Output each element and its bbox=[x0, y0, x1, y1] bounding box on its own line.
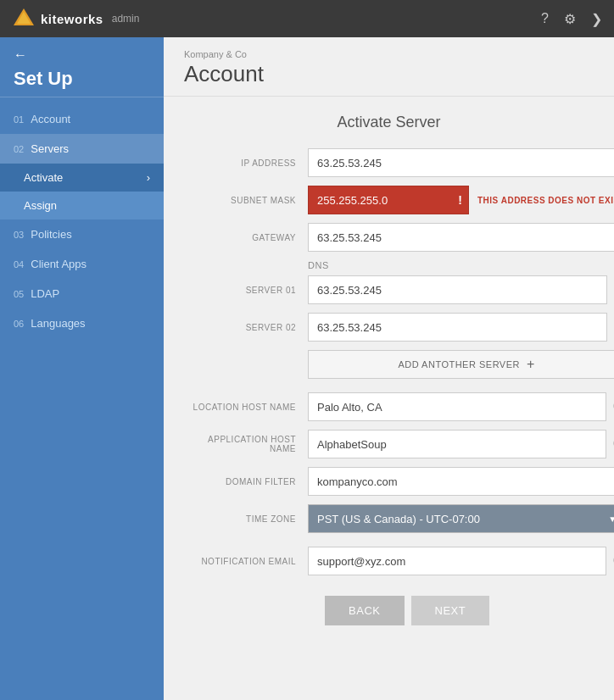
error-icon: ! bbox=[458, 193, 462, 207]
gateway-row: GATEWAY bbox=[189, 223, 614, 252]
form-container: Activate Server IP ADDRESS SUBNET MASK ! bbox=[164, 97, 614, 700]
settings-icon[interactable]: ⚙ bbox=[564, 11, 576, 27]
top-nav: kiteworks admin ? ⚙ ❯ bbox=[0, 0, 614, 37]
app-host-label: APPLICATION HOST NAME bbox=[189, 435, 308, 453]
notification-email-row: NOTIFICATION EMAIL ⓘ bbox=[189, 547, 614, 575]
logo: kiteworks admin bbox=[12, 7, 139, 31]
help-icon[interactable]: ? bbox=[541, 11, 549, 26]
sidebar-label-languages: Languages bbox=[31, 317, 85, 330]
gateway-input[interactable] bbox=[308, 223, 614, 252]
subnet-mask-row: SUBNET MASK ! THIS ADDRESS DOES NOT EXIS… bbox=[189, 186, 614, 214]
form-main: IP ADDRESS SUBNET MASK ! THIS ADDRESS DO… bbox=[189, 148, 614, 642]
page-title: Account bbox=[184, 61, 594, 87]
ip-address-row: IP ADDRESS bbox=[189, 148, 614, 177]
sidebar-label-account: Account bbox=[31, 113, 70, 125]
activate-label: Activate bbox=[24, 171, 63, 184]
sidebar-label-ldap: LDAP bbox=[31, 287, 59, 300]
logo-icon bbox=[12, 7, 36, 31]
subnet-error-msg: THIS ADDRESS DOES NOT EXIST bbox=[477, 196, 614, 205]
notification-email-label: NOTIFICATION EMAIL bbox=[189, 557, 308, 566]
server02-row: SERVER 02 ✓ bbox=[189, 313, 614, 342]
ip-address-input[interactable] bbox=[308, 148, 614, 177]
add-server-row: ADD ANTOTHER SERVER + bbox=[189, 350, 614, 379]
server01-wrapper: ✓ bbox=[308, 275, 614, 304]
main-layout: ← Set Up 01 Account 02 Servers Activate … bbox=[0, 37, 614, 700]
time-zone-wrapper: PST (US & Canada) - UTC-07:00 ▼ bbox=[308, 504, 614, 533]
domain-filter-label: DOMAIN FILTER bbox=[189, 477, 308, 486]
plus-icon: + bbox=[527, 357, 535, 372]
sidebar-num-account: 01 bbox=[14, 114, 24, 125]
top-nav-actions: ? ⚙ ❯ bbox=[541, 11, 602, 27]
location-host-label: LOCATION HOST NAME bbox=[189, 403, 308, 412]
app-name: kiteworks bbox=[41, 12, 103, 26]
location-host-wrapper: ⓘ bbox=[308, 392, 614, 421]
notification-email-input[interactable] bbox=[308, 547, 606, 575]
content-header: Kompany & Co Account bbox=[164, 37, 614, 97]
sidebar-item-servers[interactable]: 02 Servers bbox=[0, 134, 164, 164]
sidebar: ← Set Up 01 Account 02 Servers Activate … bbox=[0, 37, 164, 700]
sidebar-nav: 01 Account 02 Servers Activate › Assign … bbox=[0, 97, 164, 700]
subnet-mask-label: SUBNET MASK bbox=[189, 196, 308, 205]
location-host-input[interactable] bbox=[308, 392, 606, 421]
content-area: Kompany & Co Account Activate Server IP … bbox=[164, 37, 614, 700]
gateway-label: GATEWAY bbox=[189, 233, 308, 242]
breadcrumb: Kompany & Co bbox=[184, 49, 594, 59]
location-host-row: LOCATION HOST NAME ⓘ bbox=[189, 392, 614, 421]
subnet-mask-input[interactable] bbox=[308, 186, 469, 214]
time-zone-label: TIME ZONE bbox=[189, 514, 308, 524]
app-host-input[interactable] bbox=[308, 430, 606, 458]
form-with-help: IP ADDRESS SUBNET MASK ! THIS ADDRESS DO… bbox=[189, 148, 589, 642]
sidebar-num-languages: 06 bbox=[14, 319, 24, 329]
dns-section: DNS SERVER 01 ✓ SERVER 02 bbox=[189, 260, 614, 379]
time-zone-select[interactable]: PST (US & Canada) - UTC-07:00 bbox=[308, 504, 614, 533]
sidebar-num-ldap: 05 bbox=[14, 289, 24, 299]
server02-input[interactable] bbox=[308, 313, 607, 342]
server01-input[interactable] bbox=[308, 275, 607, 304]
section-title: Activate Server bbox=[189, 114, 589, 131]
sidebar-sub-activate[interactable]: Activate › bbox=[0, 164, 164, 192]
expand-icon[interactable]: ❯ bbox=[591, 11, 602, 27]
sidebar-label-servers: Servers bbox=[31, 142, 69, 155]
server02-label: SERVER 02 bbox=[189, 323, 308, 332]
assign-label: Assign bbox=[24, 199, 57, 212]
dns-spacer bbox=[189, 260, 308, 270]
sidebar-num-policies: 03 bbox=[14, 230, 24, 240]
app-role: admin bbox=[112, 13, 140, 25]
add-server-button[interactable]: ADD ANTOTHER SERVER + bbox=[308, 350, 614, 379]
app-host-wrapper: ⓘ bbox=[308, 430, 614, 458]
sidebar-item-policies[interactable]: 03 Politcies bbox=[0, 219, 164, 249]
sidebar-item-account[interactable]: 01 Account bbox=[0, 104, 164, 134]
next-button[interactable]: NEXT bbox=[411, 596, 490, 625]
back-button[interactable]: BACK bbox=[325, 596, 404, 625]
sidebar-item-ldap[interactable]: 05 LDAP bbox=[0, 279, 164, 308]
server02-wrapper: ✓ bbox=[308, 313, 614, 342]
dns-label-row: DNS bbox=[189, 260, 614, 270]
domain-filter-row: DOMAIN FILTER bbox=[189, 467, 614, 496]
dns-title: DNS bbox=[308, 260, 329, 270]
sidebar-label-policies: Politcies bbox=[31, 228, 71, 241]
back-button[interactable]: ← bbox=[14, 47, 150, 63]
sidebar-header: ← Set Up bbox=[0, 37, 164, 97]
server01-label: SERVER 01 bbox=[189, 286, 308, 295]
add-server-label: ADD ANTOTHER SERVER bbox=[398, 359, 520, 369]
sidebar-num-servers: 02 bbox=[14, 144, 24, 154]
button-row: BACK NEXT bbox=[189, 596, 614, 625]
sidebar-sub-assign[interactable]: Assign bbox=[0, 192, 164, 219]
sidebar-title: Set Up bbox=[14, 68, 150, 90]
server01-row: SERVER 01 ✓ bbox=[189, 275, 614, 304]
sidebar-item-client-apps[interactable]: 04 Client Apps bbox=[0, 249, 164, 279]
activate-arrow: › bbox=[147, 171, 150, 184]
domain-filter-input[interactable] bbox=[308, 467, 614, 496]
sidebar-num-client-apps: 04 bbox=[14, 259, 24, 269]
time-zone-row: TIME ZONE PST (US & Canada) - UTC-07:00 … bbox=[189, 504, 614, 533]
ip-address-label: IP ADDRESS bbox=[189, 158, 308, 168]
sidebar-label-client-apps: Client Apps bbox=[31, 258, 87, 270]
app-host-row: APPLICATION HOST NAME ⓘ bbox=[189, 430, 614, 458]
subnet-mask-wrapper: ! bbox=[308, 186, 469, 214]
notification-email-wrapper: ⓘ bbox=[308, 547, 614, 575]
sidebar-item-languages[interactable]: 06 Languages bbox=[0, 308, 164, 338]
